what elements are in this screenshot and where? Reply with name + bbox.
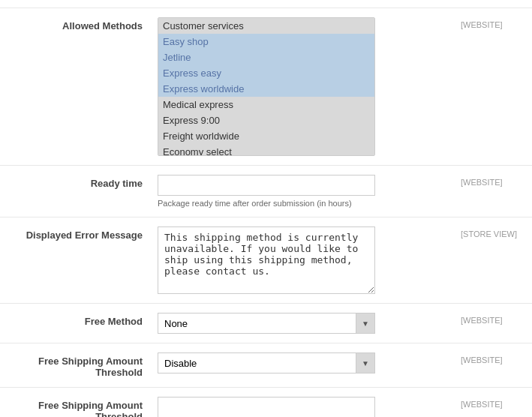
error-message-input-col: This shipping method is currently unavai… bbox=[158, 226, 449, 294]
free-shipping-threshold-select-label: Free Shipping Amount Threshold bbox=[8, 352, 158, 378]
free-method-select[interactable]: None Easy shop Express easy bbox=[158, 313, 375, 334]
option-customer-services[interactable]: Customer services bbox=[158, 18, 374, 34]
option-freight-worldwide[interactable]: Freight worldwide bbox=[158, 128, 374, 144]
error-message-scope: [STORE VIEW] bbox=[449, 226, 524, 238]
option-easy-shop[interactable]: Easy shop bbox=[158, 34, 374, 50]
error-message-row: Displayed Error Message This shipping me… bbox=[0, 218, 532, 304]
free-shipping-threshold-text-label: Free Shipping Amount Threshold bbox=[8, 397, 158, 417]
ready-time-hint: Package ready time after order submissio… bbox=[158, 199, 449, 208]
free-shipping-threshold-select-row: Free Shipping Amount Threshold Disable E… bbox=[0, 344, 532, 388]
free-method-select-wrapper: None Easy shop Express easy ▼ bbox=[158, 313, 375, 334]
option-medical-express[interactable]: Medical express bbox=[158, 97, 374, 112]
free-shipping-threshold-text-scope: [WEBSITE] bbox=[449, 397, 524, 409]
free-shipping-threshold-select-wrapper: Disable Enable ▼ bbox=[158, 352, 375, 374]
free-shipping-threshold-select[interactable]: Disable Enable bbox=[158, 352, 375, 374]
allowed-methods-label: Allowed Methods bbox=[8, 17, 158, 32]
option-express-900[interactable]: Express 9:00 bbox=[158, 112, 374, 128]
free-shipping-threshold-text-input[interactable] bbox=[158, 397, 375, 417]
ready-time-input[interactable] bbox=[158, 175, 375, 196]
option-express-easy[interactable]: Express easy bbox=[158, 65, 374, 81]
ready-time-scope: [WEBSITE] bbox=[449, 175, 524, 187]
allowed-methods-row: Allowed Methods Customer services Easy s… bbox=[0, 8, 532, 166]
option-jetline[interactable]: Jetline bbox=[158, 50, 374, 65]
option-economy-select[interactable]: Economy select bbox=[158, 144, 374, 156]
error-message-label: Displayed Error Message bbox=[8, 226, 158, 241]
ready-time-row: Ready time Package ready time after orde… bbox=[0, 166, 532, 218]
free-method-scope: [WEBSITE] bbox=[449, 313, 524, 325]
free-shipping-threshold-select-scope: [WEBSITE] bbox=[449, 352, 524, 364]
allowed-methods-scope: [WEBSITE] bbox=[449, 17, 524, 29]
form-container: Allowed Methods Customer services Easy s… bbox=[0, 0, 532, 417]
free-shipping-threshold-select-input-col: Disable Enable ▼ bbox=[158, 352, 449, 374]
free-shipping-threshold-text-row: Free Shipping Amount Threshold [WEBSITE] bbox=[0, 388, 532, 417]
option-express-worldwide[interactable]: Express worldwide bbox=[158, 81, 374, 97]
free-method-row: Free Method None Easy shop Express easy … bbox=[0, 304, 532, 344]
ready-time-label: Ready time bbox=[8, 175, 158, 189]
allowed-methods-select[interactable]: Customer services Easy shop Jetline Expr… bbox=[158, 17, 375, 156]
allowed-methods-input-col: Customer services Easy shop Jetline Expr… bbox=[158, 17, 449, 156]
ready-time-input-col: Package ready time after order submissio… bbox=[158, 175, 449, 208]
error-message-textarea[interactable]: This shipping method is currently unavai… bbox=[158, 226, 375, 294]
free-method-label: Free Method bbox=[8, 313, 158, 327]
free-shipping-threshold-text-input-col bbox=[158, 397, 449, 417]
free-method-input-col: None Easy shop Express easy ▼ bbox=[158, 313, 449, 334]
